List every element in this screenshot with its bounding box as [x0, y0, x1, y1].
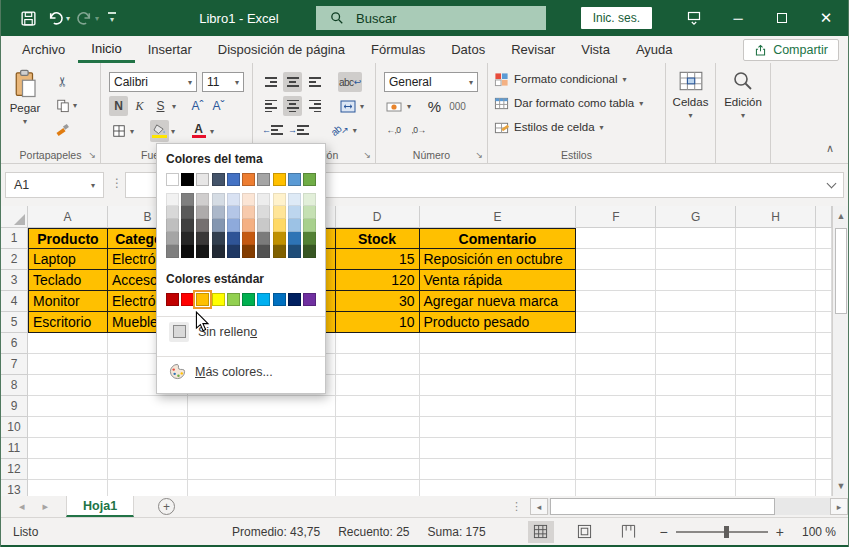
copy-button[interactable] — [53, 95, 72, 115]
theme-variant-swatch[interactable] — [288, 206, 301, 219]
theme-variant-swatch[interactable] — [242, 232, 255, 245]
theme-color-swatch[interactable] — [273, 173, 286, 186]
cell-overflow[interactable] — [816, 396, 832, 417]
customize-qat-icon[interactable]: ▾ — [103, 9, 121, 27]
bold-button[interactable]: N — [109, 96, 128, 116]
copy-dropdown-icon[interactable]: ▾ — [73, 101, 77, 110]
orientation-button[interactable]: ab↗ — [330, 120, 350, 140]
cell-H11[interactable] — [736, 438, 816, 459]
cell-G2[interactable] — [656, 249, 736, 270]
cell-A6[interactable] — [28, 333, 108, 354]
theme-variant-swatch[interactable] — [273, 219, 286, 232]
fill-color-button[interactable] — [150, 120, 169, 142]
search-input[interactable]: Buscar — [316, 6, 546, 30]
theme-variant-swatch[interactable] — [166, 206, 179, 219]
column-header-F[interactable]: F — [576, 206, 656, 228]
column-header-overflow[interactable] — [816, 206, 832, 228]
theme-variant-swatch[interactable] — [196, 245, 209, 258]
accounting-dropdown-icon[interactable]: ▾ — [407, 102, 411, 111]
paste-dropdown-icon[interactable]: ▾ — [23, 117, 27, 126]
row-header-3[interactable]: 3 — [1, 270, 28, 291]
merge-center-button[interactable] — [338, 96, 357, 116]
fill-color-dropdown-icon[interactable]: ▾ — [171, 127, 175, 136]
cell-overflow[interactable] — [816, 459, 832, 480]
standard-color-swatch[interactable] — [227, 293, 240, 306]
page-break-view-button[interactable] — [616, 521, 642, 543]
cells-dropdown-icon[interactable]: ▾ — [688, 111, 692, 120]
theme-variant-swatch[interactable] — [303, 245, 316, 258]
save-icon[interactable] — [15, 5, 41, 31]
row-header-13[interactable]: 13 — [1, 480, 28, 496]
share-button[interactable]: Compartir — [743, 39, 839, 61]
theme-color-swatch[interactable] — [303, 173, 316, 186]
font-size-combobox[interactable]: 11▾ — [202, 72, 244, 92]
align-left-button[interactable] — [261, 96, 280, 116]
theme-variant-swatch[interactable] — [166, 219, 179, 232]
undo-dropdown-icon[interactable]: ▾ — [66, 14, 70, 23]
align-middle-button[interactable] — [283, 72, 302, 92]
increase-decimal-button[interactable]: ←,0 — [384, 120, 403, 140]
cell-E3[interactable]: Venta rápida — [420, 270, 577, 291]
column-header-A[interactable]: A — [28, 206, 108, 228]
cell-E9[interactable] — [420, 396, 577, 417]
cell-D9[interactable] — [336, 396, 420, 417]
theme-color-swatch[interactable] — [196, 173, 209, 186]
more-colors-menu-item[interactable]: Más colores... — [166, 357, 316, 386]
name-box-dropdown-icon[interactable]: ▾ — [91, 181, 95, 190]
theme-variant-swatch[interactable] — [212, 245, 225, 258]
merge-dropdown-icon[interactable]: ▾ — [360, 102, 364, 111]
cell-F2[interactable] — [576, 249, 656, 270]
cell-G10[interactable] — [656, 417, 736, 438]
increase-indent-button[interactable]: → — [287, 120, 310, 140]
theme-variant-swatch[interactable] — [242, 219, 255, 232]
collapse-ribbon-icon[interactable]: ∧ — [826, 142, 834, 155]
format-painter-button[interactable] — [53, 119, 72, 139]
font-color-button[interactable]: A — [189, 120, 208, 142]
number-format-combobox[interactable]: General▾ — [384, 72, 478, 92]
cell-overflow[interactable] — [816, 480, 832, 496]
cell-E8[interactable] — [420, 375, 577, 396]
theme-variant-swatch[interactable] — [196, 193, 209, 206]
column-header-D[interactable]: D — [336, 206, 420, 228]
tab-vista[interactable]: Vista — [568, 36, 623, 63]
cell-A9[interactable] — [28, 396, 108, 417]
cell-overflow[interactable] — [816, 291, 832, 312]
cell-overflow[interactable] — [816, 333, 832, 354]
scroll-left-icon[interactable]: ◂ — [530, 498, 548, 515]
theme-variant-swatch[interactable] — [257, 206, 270, 219]
expand-formula-bar-icon[interactable] — [827, 178, 837, 188]
tab-datos[interactable]: Datos — [438, 36, 498, 63]
grow-font-button[interactable]: Aˆ — [188, 96, 207, 116]
tab-archivo[interactable]: Archivo — [9, 36, 78, 63]
theme-color-swatch[interactable] — [181, 173, 194, 186]
row-header-4[interactable]: 4 — [1, 291, 28, 312]
cell-E7[interactable] — [420, 354, 577, 375]
theme-variant-swatch[interactable] — [227, 245, 240, 258]
cell-overflow[interactable] — [816, 270, 832, 291]
orientation-dropdown-icon[interactable]: ▾ — [353, 126, 357, 135]
theme-variant-swatch[interactable] — [196, 206, 209, 219]
tab-inicio[interactable]: Inicio — [78, 36, 134, 63]
cell-overflow[interactable] — [816, 228, 832, 249]
cell-G13[interactable] — [656, 480, 736, 496]
cell-F10[interactable] — [576, 417, 656, 438]
theme-variant-swatch[interactable] — [181, 206, 194, 219]
cells-button[interactable]: Celdas ▾ — [666, 69, 715, 120]
cell-F4[interactable] — [576, 291, 656, 312]
theme-variant-swatch[interactable] — [303, 193, 316, 206]
cell-E2[interactable]: Reposición en octubre — [420, 249, 577, 270]
align-center-button[interactable] — [283, 96, 302, 116]
theme-variant-swatch[interactable] — [257, 219, 270, 232]
cell-G3[interactable] — [656, 270, 736, 291]
name-box[interactable]: A1 ▾ — [5, 172, 104, 198]
format-as-table-button[interactable]: Dar formato como tabla▾ — [494, 92, 665, 114]
cell-C10[interactable] — [188, 417, 336, 438]
theme-variant-swatch[interactable] — [257, 193, 270, 206]
cell-F7[interactable] — [576, 354, 656, 375]
row-header-12[interactable]: 12 — [1, 459, 28, 480]
zoom-in-icon[interactable]: + — [776, 524, 784, 540]
theme-color-swatch[interactable] — [227, 173, 240, 186]
cell-E6[interactable] — [420, 333, 577, 354]
cell-C13[interactable] — [188, 480, 336, 496]
row-header-7[interactable]: 7 — [1, 354, 28, 375]
